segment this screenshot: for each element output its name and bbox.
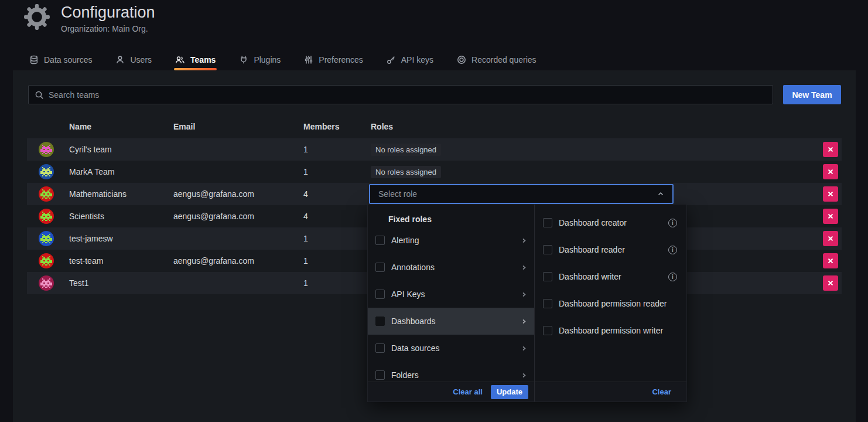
team-avatar — [39, 275, 54, 291]
role-group-folders[interactable]: Folders — [368, 362, 534, 382]
team-name: MarkA Team — [69, 161, 115, 183]
team-members: 1 — [303, 161, 308, 183]
sub-role-footer: Clear — [535, 382, 686, 401]
delete-team-button[interactable] — [823, 231, 838, 246]
team-name: test-jamesw — [69, 227, 113, 250]
tab-teams[interactable]: Teams — [174, 49, 217, 70]
checkbox[interactable] — [375, 290, 385, 299]
tab-plugins[interactable]: Plugins — [238, 49, 282, 70]
new-team-button[interactable]: New Team — [783, 85, 841, 104]
sub-role-dashboard-writer[interactable]: Dashboard writer i — [535, 263, 686, 290]
chevron-up-icon — [657, 190, 664, 198]
checkbox[interactable] — [543, 326, 552, 335]
delete-team-button[interactable] — [823, 164, 838, 179]
table-row[interactable]: MarkA Team 1 No roles assigned — [27, 161, 842, 183]
close-icon — [827, 213, 834, 220]
close-icon — [827, 235, 834, 242]
tab-preferences[interactable]: Preferences — [303, 49, 364, 70]
roles-badge: No roles assigned — [371, 166, 441, 178]
clear-button[interactable]: Clear — [652, 387, 671, 396]
checkbox[interactable] — [543, 272, 552, 281]
role-picker-dropdown: Fixed roles Alerting Annotations API Key… — [367, 204, 687, 402]
role-group-dashboards[interactable]: Dashboards — [368, 308, 534, 335]
sub-role-dashboard-permission-writer[interactable]: Dashboard permission writer i — [535, 317, 686, 344]
team-avatar — [39, 253, 54, 268]
delete-team-button[interactable] — [823, 142, 838, 157]
tab-bar: Data sources Users Teams Plugins Prefere… — [28, 49, 538, 70]
role-group-alerting[interactable]: Alerting — [368, 227, 534, 254]
delete-team-button[interactable] — [823, 253, 838, 268]
user-icon — [115, 55, 125, 64]
role-group-annotations[interactable]: Annotations — [368, 254, 534, 281]
delete-team-button[interactable] — [823, 275, 838, 291]
team-email: aengus@grafana.com — [173, 205, 254, 227]
update-button[interactable]: Update — [491, 385, 528, 399]
tab-label: Teams — [190, 55, 216, 64]
info-icon[interactable]: i — [668, 246, 677, 254]
chevron-right-icon — [521, 372, 527, 379]
team-members: 1 — [303, 250, 308, 272]
checkbox[interactable] — [543, 218, 552, 227]
team-avatar — [39, 231, 54, 246]
page-header: Configuration Organization: Main Org. — [23, 2, 155, 33]
checkbox[interactable] — [375, 236, 385, 245]
group-footer: Clear all Update — [368, 382, 534, 401]
team-members: 4 — [303, 205, 308, 227]
table-row[interactable]: Cyril's team 1 No roles assigned — [27, 138, 842, 161]
sub-role-dashboard-permission-reader[interactable]: Dashboard permission reader i — [535, 290, 686, 317]
users-icon — [175, 55, 185, 64]
page-title: Configuration — [61, 2, 155, 22]
column-header-roles: Roles — [371, 122, 393, 131]
delete-team-button[interactable] — [823, 186, 838, 202]
info-icon[interactable]: i — [668, 273, 677, 281]
team-name: Scientists — [69, 205, 104, 227]
configuration-page: Configuration Organization: Main Org. Da… — [0, 0, 868, 422]
role-group-data-sources[interactable]: Data sources — [368, 335, 534, 362]
tab-label: Recorded queries — [471, 55, 536, 64]
plug-icon — [239, 55, 248, 64]
team-avatar — [39, 142, 54, 157]
team-avatar — [39, 164, 54, 179]
tab-api-keys[interactable]: API keys — [385, 49, 435, 70]
close-icon — [827, 280, 834, 287]
team-members: 4 — [303, 183, 308, 205]
key-icon — [387, 55, 396, 64]
tab-data-sources[interactable]: Data sources — [28, 49, 93, 70]
checkbox[interactable] — [375, 316, 385, 326]
record-icon — [457, 55, 466, 64]
checkbox[interactable] — [543, 245, 552, 254]
tab-label: Users — [130, 55, 152, 64]
sliders-icon — [304, 55, 313, 64]
checkbox[interactable] — [375, 263, 385, 272]
tab-recorded-queries[interactable]: Recorded queries — [456, 49, 538, 70]
team-name: Test1 — [69, 272, 88, 294]
database-icon — [29, 55, 39, 64]
sub-role-dashboard-creator[interactable]: Dashboard creator i — [535, 209, 686, 236]
tab-users[interactable]: Users — [114, 49, 153, 70]
checkbox[interactable] — [375, 343, 385, 353]
tab-label: Preferences — [319, 55, 363, 64]
role-group-api-keys[interactable]: API Keys — [368, 281, 534, 308]
chevron-right-icon — [521, 345, 527, 352]
clear-all-button[interactable]: Clear all — [453, 387, 483, 396]
role-groups-column: Fixed roles Alerting Annotations API Key… — [368, 205, 535, 401]
info-icon[interactable]: i — [668, 219, 677, 227]
team-members: 1 — [303, 138, 308, 161]
column-header-name: Name — [69, 122, 91, 131]
delete-team-button[interactable] — [823, 209, 838, 224]
checkbox[interactable] — [375, 370, 385, 380]
select-role-placeholder: Select role — [378, 189, 657, 199]
chevron-right-icon — [521, 291, 527, 298]
sub-role-dashboard-reader[interactable]: Dashboard reader i — [535, 236, 686, 263]
team-avatar — [39, 186, 54, 202]
search-teams-input[interactable] — [49, 90, 767, 100]
select-role-input[interactable]: Select role — [369, 184, 674, 204]
close-icon — [827, 257, 834, 264]
tab-label: API keys — [401, 55, 433, 64]
team-name: test-team — [69, 250, 103, 272]
fixed-roles-header: Fixed roles — [368, 212, 534, 227]
chevron-right-icon — [521, 318, 527, 325]
checkbox[interactable] — [543, 299, 552, 308]
search-icon — [35, 90, 44, 100]
close-icon — [827, 146, 834, 153]
